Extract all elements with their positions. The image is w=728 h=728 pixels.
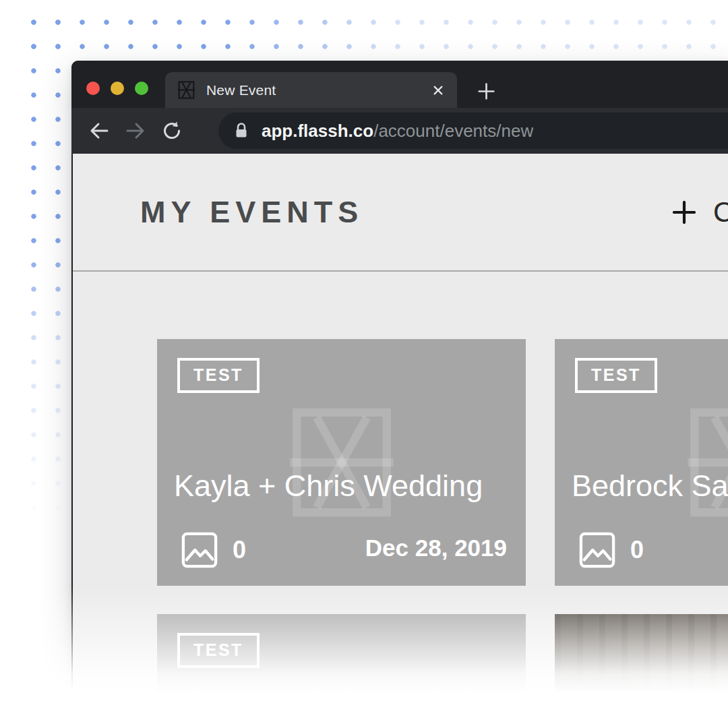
tab-title: New Event bbox=[206, 82, 431, 98]
browser-tab-new-event[interactable]: New Event bbox=[165, 72, 457, 108]
tab-close-icon[interactable] bbox=[431, 84, 445, 97]
test-badge: TEST bbox=[177, 633, 260, 668]
page-header: MY EVENTS Create bbox=[73, 154, 728, 272]
event-meta: 0 Dec 28, 2019 bbox=[181, 532, 507, 568]
page-content: MY EVENTS Create TEST bbox=[73, 154, 728, 728]
back-icon[interactable] bbox=[89, 121, 109, 141]
new-tab-icon[interactable] bbox=[473, 78, 499, 104]
dot-pattern-left bbox=[22, 10, 70, 684]
event-card-kayla-chris[interactable]: TEST Kayla + Chris Wedding bbox=[157, 339, 526, 586]
photo-count-icon bbox=[181, 532, 218, 568]
desktop-background: New Event bbox=[0, 0, 728, 728]
event-card-grid: TEST Kayla + Chris Wedding bbox=[73, 272, 728, 728]
url-domain: app.flassh.co bbox=[262, 121, 373, 141]
browser-window: New Event bbox=[71, 61, 728, 728]
test-badge: TEST bbox=[177, 358, 260, 393]
event-title: Kayla + Chris Wedding bbox=[174, 468, 483, 504]
photo-count-icon bbox=[579, 532, 615, 568]
photo-count: 0 bbox=[233, 536, 246, 568]
flassh-watermark-icon bbox=[685, 402, 728, 522]
flassh-watermark-icon bbox=[287, 402, 396, 522]
event-card-bedrock[interactable]: TEST Bedrock Sa bbox=[555, 339, 728, 586]
plus-icon bbox=[673, 201, 696, 224]
photo-count: 0 bbox=[630, 536, 644, 568]
event-card-row2-right[interactable] bbox=[555, 614, 728, 728]
url-path: /account/events/new bbox=[373, 121, 533, 141]
fullscreen-window-button[interactable] bbox=[135, 82, 148, 95]
reload-icon[interactable] bbox=[162, 121, 182, 141]
test-badge: TEST bbox=[575, 358, 657, 393]
event-date: Dec 28, 2019 bbox=[365, 535, 507, 568]
page-title: MY EVENTS bbox=[140, 195, 363, 230]
browser-tab-bar: New Event bbox=[71, 61, 728, 108]
event-photo-thumbnail bbox=[555, 614, 728, 728]
address-bar[interactable]: app.flassh.co/account/events/new bbox=[218, 113, 728, 149]
flassh-favicon-icon bbox=[177, 80, 195, 100]
browser-toolbar: app.flassh.co/account/events/new bbox=[71, 108, 728, 154]
window-controls bbox=[86, 82, 148, 95]
dot-pattern-top bbox=[22, 10, 728, 59]
close-window-button[interactable] bbox=[86, 82, 100, 95]
minimize-window-button[interactable] bbox=[111, 82, 124, 95]
create-label: Create bbox=[713, 196, 728, 229]
event-meta: 0 bbox=[579, 532, 728, 568]
forward-icon[interactable] bbox=[125, 121, 146, 141]
create-event-button[interactable]: Create bbox=[673, 196, 728, 229]
event-card-row2-left[interactable]: TEST bbox=[157, 614, 526, 728]
event-title: Bedrock Sa bbox=[572, 468, 728, 504]
url-text: app.flassh.co/account/events/new bbox=[262, 121, 533, 142]
lock-icon bbox=[233, 122, 249, 140]
